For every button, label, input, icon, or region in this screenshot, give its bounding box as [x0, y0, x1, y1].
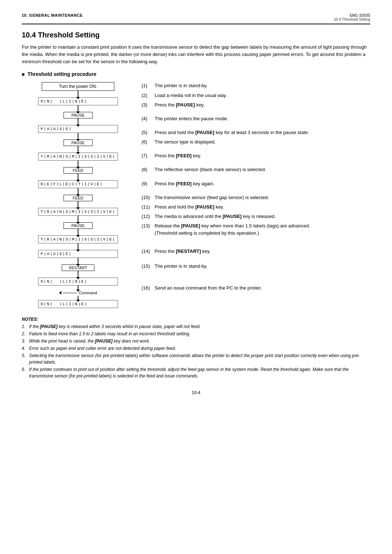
instr-num-8: (8)	[142, 166, 152, 173]
fc-command-arrow: Command	[59, 286, 97, 300]
fc-arrow-12	[78, 243, 78, 250]
fc-arrow-9	[78, 201, 78, 208]
notes-section: NOTES: 1. If the [PAUSE] key is released…	[22, 317, 370, 379]
instr-num-12: (12)	[142, 213, 152, 220]
instr-item-9: (9) Press the [FEED] key again.	[142, 180, 370, 187]
instr-item-4: (4) The printer enters the pause mode.	[142, 115, 370, 122]
instr-item-1: (1) The printer is in stand-by.	[142, 82, 370, 89]
instr-item-11: (11) Press and hold the [PAUSE] key.	[142, 203, 370, 211]
fc-arrow-5	[78, 146, 78, 153]
instr-num-2: (2)	[142, 92, 152, 99]
instr-item-10: (10) The transmissive sensor (feed gap s…	[142, 194, 370, 201]
instr-item-5: (5) Press and hold the [PAUSE] key for a…	[142, 129, 370, 136]
instr-text-6: The sensor type is displayed.	[155, 138, 370, 146]
note-num-4: 4.	[22, 345, 28, 352]
content-area: Turn the power ON. O|N| |L|I|N|E| PAUSE …	[22, 82, 370, 308]
instr-num-7: (7)	[142, 152, 152, 159]
instr-item-8: (8) The reflective sensor (black mark se…	[142, 166, 370, 173]
note-item-2: 2. Failure to feed more than 1.5 to 2 la…	[22, 331, 370, 337]
instr-item-16: (16) Send an issue command from the PC t…	[142, 284, 370, 292]
note-text-2: Failure to feed more than 1.5 to 2 label…	[29, 331, 190, 337]
fc-start-box: Turn the power ON.	[42, 82, 114, 91]
instr-text-4: The printer enters the pause mode.	[155, 115, 370, 122]
header-subsection: 10.4 Threshold Setting	[334, 17, 370, 21]
fc-arrow-11	[78, 229, 78, 235]
note-num-3: 3.	[22, 338, 28, 344]
fc-arrow-14	[78, 271, 78, 278]
instr-num-16: (16)	[142, 284, 152, 292]
header-doc-number: EM1-33035	[350, 13, 370, 17]
note-item-5: 5. Selecting the transmissive sensor (fo…	[22, 352, 370, 365]
instr-text-7: Press the [FEED] key.	[155, 152, 370, 159]
fc-arrow-4	[78, 133, 78, 139]
header-right: EM1-33035 10.4 Threshold Setting	[334, 13, 370, 21]
intro-paragraph: For the printer to maintain a constant p…	[22, 44, 370, 65]
note-num-1: 1.	[22, 323, 28, 330]
notes-title: NOTES:	[22, 317, 370, 322]
fc-arrow-13	[78, 258, 78, 264]
instr-text-12: The media is advanced until the [PAUSE] …	[155, 213, 370, 220]
arrow-left-icon	[59, 291, 61, 295]
instr-num-10: (10)	[142, 194, 152, 201]
note-item-6: 6. If the printer continues to print out…	[22, 366, 370, 379]
page: 10. GENERAL MAINTENANCE EM1-33035 10.4 T…	[0, 0, 392, 554]
instr-item-6: (6) The sensor type is displayed.	[142, 138, 370, 146]
instr-text-16: Send an issue command from the PC to the…	[155, 284, 370, 292]
instr-text-10: The transmissive sensor (feed gap sensor…	[155, 194, 370, 201]
fc-arrow-3	[78, 118, 78, 125]
instr-num-9: (9)	[142, 180, 152, 187]
instr-num-1: (1)	[142, 82, 152, 89]
subsection-title: Threshold setting procedure	[22, 71, 370, 77]
instructions-list: (1) The printer is in stand-by. (2) Load…	[142, 82, 370, 294]
instr-num-4: (4)	[142, 115, 152, 122]
instr-text-11: Press and hold the [PAUSE] key.	[155, 203, 370, 211]
instr-text-5: Press and hold the [PAUSE] key for at le…	[155, 129, 370, 136]
fc-arrow-1	[78, 91, 78, 97]
note-text-6: If the printer continues to print out of…	[29, 366, 370, 379]
note-text-3: While the print head is raised, the [PAU…	[29, 338, 150, 344]
fc-arrow-2	[78, 105, 78, 112]
flowchart: Turn the power ON. O|N| |L|I|N|E| PAUSE …	[22, 82, 134, 308]
instr-text-13: Release the [PAUSE] key when more than 1…	[155, 222, 370, 237]
note-num-5: 5.	[22, 352, 28, 365]
instr-num-6: (6)	[142, 138, 152, 146]
instr-item-15: (15) The printer is in stand-by.	[142, 263, 370, 270]
fc-arrow-8	[78, 188, 78, 195]
note-text-5: Selecting the transmissive sensor (for p…	[29, 352, 370, 365]
note-item-1: 1. If the [PAUSE] key is released within…	[22, 323, 370, 330]
instr-item-2: (2) Load a media roll in the usual way.	[142, 92, 370, 99]
instr-text-1: The printer is in stand-by.	[155, 82, 370, 89]
instr-num-3: (3)	[142, 101, 152, 109]
fc-arrow-15	[78, 286, 78, 290]
instr-num-13: (13)	[142, 222, 152, 230]
instr-text-2: Load a media roll in the usual way.	[155, 92, 370, 99]
section-title: 10.4 Threshold Setting	[22, 31, 370, 39]
fc-arrow-10	[78, 216, 78, 222]
fc-arrow-7	[78, 174, 78, 180]
note-text-1: If the [PAUSE] key is released within 3 …	[29, 323, 201, 330]
command-label: Command	[79, 291, 97, 295]
instr-text-14: Press the [RESTART] key.	[155, 248, 370, 255]
note-item-4: 4. Error such as paper end and cutter er…	[22, 345, 370, 352]
page-number: 10-4	[22, 390, 370, 395]
instr-item-12: (12) The media is advanced until the [PA…	[142, 213, 370, 220]
instr-item-7: (7) Press the [FEED] key.	[142, 152, 370, 159]
page-header: 10. GENERAL MAINTENANCE EM1-33035 10.4 T…	[22, 13, 370, 24]
instr-num-11: (11)	[142, 203, 152, 211]
instr-num-14: (14)	[142, 248, 152, 255]
instr-text-8: The reflective sensor (black mark sensor…	[155, 166, 370, 173]
horiz-line	[63, 293, 77, 293]
instr-item-14: (14) Press the [RESTART] key.	[142, 248, 370, 255]
fc-arrow-16	[78, 296, 78, 300]
header-section-title: 10. GENERAL MAINTENANCE	[22, 13, 83, 17]
note-num-2: 2.	[22, 331, 28, 337]
instr-num-15: (15)	[142, 263, 152, 270]
instr-text-3: Press the [PAUSE] key.	[155, 101, 370, 109]
instr-item-3: (3) Press the [PAUSE] key.	[142, 101, 370, 109]
instr-text-9: Press the [FEED] key again.	[155, 180, 370, 187]
note-item-3: 3. While the print head is raised, the […	[22, 338, 370, 344]
instr-text-15: The printer is in stand-by.	[155, 263, 370, 270]
instr-item-13: (13) Release the [PAUSE] key when more t…	[142, 222, 370, 237]
fc-arrow-6	[78, 161, 78, 167]
note-text-4: Error such as paper end and cutter error…	[29, 345, 176, 352]
